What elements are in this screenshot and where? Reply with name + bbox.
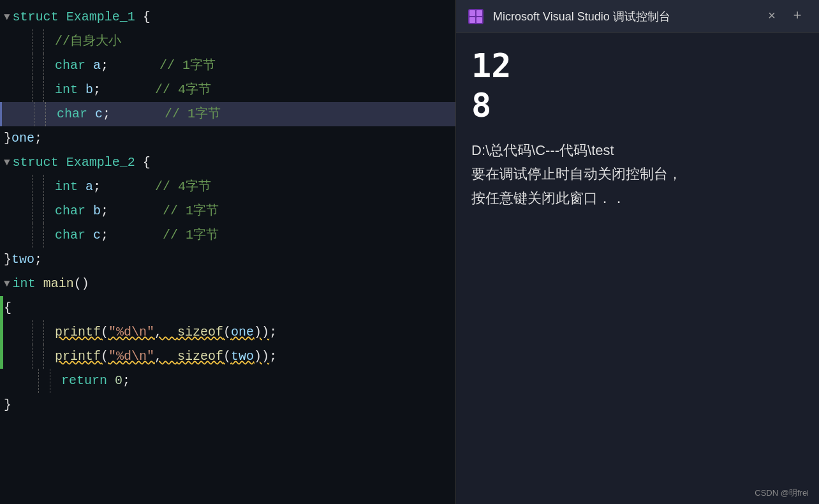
output-text-3: 按任意键关闭此窗口．． [471,186,804,210]
code-line-10: char c ; // 1字节 [0,223,455,248]
brace-open-1: { [143,5,151,29]
comment-1byte-4: // 1字节 [163,223,219,248]
code-line-12: ▼ int main () [0,272,455,296]
var-a-1: a [93,54,101,78]
var-one: one [11,126,34,151]
class-name-2: Example_2 [66,151,135,175]
code-line-14: printf ( "%d\n" , sizeof ( one )) ; [0,320,455,345]
code-line-2: //自身大小 [0,29,455,54]
brace-open-2: { [143,151,151,175]
punct-1: ; [101,54,108,78]
code-content: ▼ struct Example_1 { //自身大小 char a ; // … [0,0,455,422]
punct-p3: )) [254,320,269,345]
comment-1byte-3: // 1字节 [163,199,219,223]
punct-4: ; [93,175,101,199]
code-line-1: ▼ struct Example_1 { [0,5,455,29]
brace-close-2: } [4,248,11,272]
brace-open-main: { [4,296,11,320]
code-line-5: char c ; // 1字节 [0,102,455,126]
var-two: two [11,248,34,272]
code-line-13: { [0,296,455,320]
main-container: ▼ struct Example_1 { //自身大小 char a ; // … [0,0,819,504]
punct-p4: ( [101,345,108,369]
kw-int-a: int [55,175,78,199]
output-number-1: 12 8 [471,46,804,126]
fold-arrow-3[interactable]: ▼ [4,272,10,296]
output-text-block: D:\总代码\C---代码\test 要在调试停止时自动关闭控制台， 按任意键关… [471,138,804,210]
fold-arrow-1[interactable]: ▼ [4,5,10,29]
punct-semi-4: ; [269,345,277,369]
punct-semi-2: ; [34,248,42,272]
fn-sizeof-1: sizeof [177,320,223,345]
debug-output: 12 8 D:\总代码\C---代码\test 要在调试停止时自动关闭控制台， … [456,33,819,482]
debug-close-button[interactable]: × [760,5,783,28]
kw-struct: struct [13,5,59,29]
code-line-9: char b ; // 1字节 [0,199,455,223]
arg-two: two [231,345,254,369]
str-format-2: "%d\n" [108,345,154,369]
punct-comma-1: , [154,320,177,345]
punct-p5: ( [223,345,231,369]
punct-5: ; [101,199,108,223]
num-zero: 0 [115,369,122,393]
kw-return: return [61,369,107,393]
debug-footer: CSDN @明frei [456,482,819,504]
code-line-16: return 0 ; [0,369,455,393]
code-line-3: char a ; // 1字节 [0,54,455,78]
fold-arrow-2[interactable]: ▼ [4,151,10,175]
punct-semi-3: ; [269,320,277,345]
class-name-1: Example_1 [66,5,135,29]
add-icon: + [793,8,801,24]
punct-p1: ( [101,320,108,345]
svg-rect-1 [469,10,475,16]
fn-main: main [43,272,74,296]
code-line-6: } one ; [0,126,455,151]
green-indicator-3 [0,345,3,369]
kw-char-c: char [57,102,87,126]
punct-p6: )) [254,345,269,369]
code-line-15: printf ( "%d\n" , sizeof ( two )) ; [0,345,455,369]
footer-text: CSDN @明frei [755,488,809,498]
comment-1byte: // 1字节 [159,54,216,78]
var-c-1: c [95,102,103,126]
fn-printf-2: printf [55,345,101,369]
svg-rect-2 [476,10,482,16]
output-val-8: 8 [471,85,804,125]
arg-one: one [231,320,254,345]
fn-sizeof-2: sizeof [177,345,223,369]
green-indicator-2 [0,320,3,345]
code-line-8: int a ; // 4字节 [0,175,455,199]
comment-4byte-2: // 4字节 [155,175,211,199]
punct-p2: ( [223,320,231,345]
kw-char-c2: char [55,223,85,248]
green-indicator-1 [0,296,3,320]
output-text-1: D:\总代码\C---代码\test [471,138,804,162]
punct-2: ; [93,78,101,102]
var-b-2: b [93,199,101,223]
comment-1byte-2: // 1字节 [165,102,221,126]
brace-close-1: } [4,126,11,151]
var-b-1: b [85,78,93,102]
kw-int-1: int [55,78,78,102]
fn-printf-1: printf [55,320,101,345]
punct-semi-5: ; [122,369,130,393]
debug-add-button[interactable]: + [786,5,809,28]
code-line-11: } two ; [0,248,455,272]
code-editor-panel: ▼ struct Example_1 { //自身大小 char a ; // … [0,0,455,504]
close-icon: × [768,9,776,24]
var-c-2: c [93,223,101,248]
kw-char-b: char [55,199,85,223]
parens-main: () [74,272,89,296]
code-line-7: ▼ struct Example_2 { [0,151,455,175]
brace-close-main: } [4,393,11,417]
var-a-2: a [85,175,93,199]
code-line-4: int b ; // 4字节 [0,78,455,102]
str-format-1: "%d\n" [108,320,154,345]
punct-6: ; [101,223,108,248]
kw-struct-2: struct [13,151,59,175]
kw-int-main: int [13,272,36,296]
kw-char-1: char [55,54,85,78]
comment-4byte: // 4字节 [155,78,211,102]
svg-rect-4 [476,17,482,23]
comment-size: //自身大小 [55,29,121,54]
